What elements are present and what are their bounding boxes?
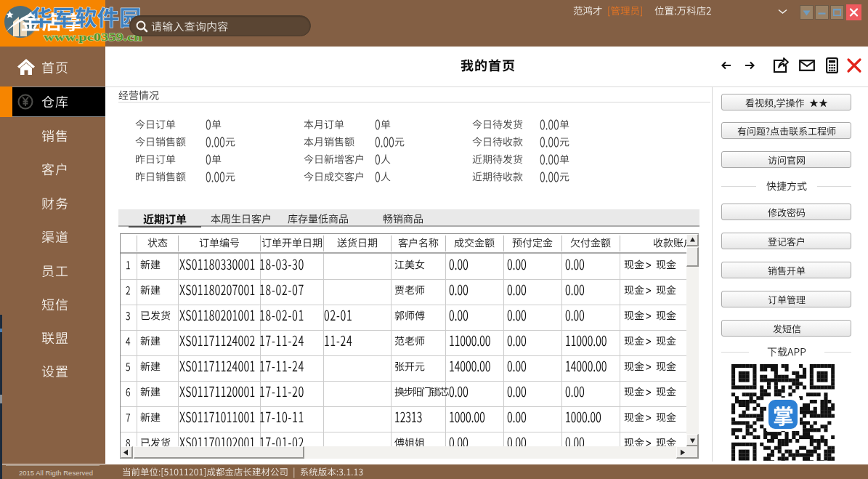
svg-text:www.pc0359.cn: www.pc0359.cn bbox=[44, 31, 142, 44]
